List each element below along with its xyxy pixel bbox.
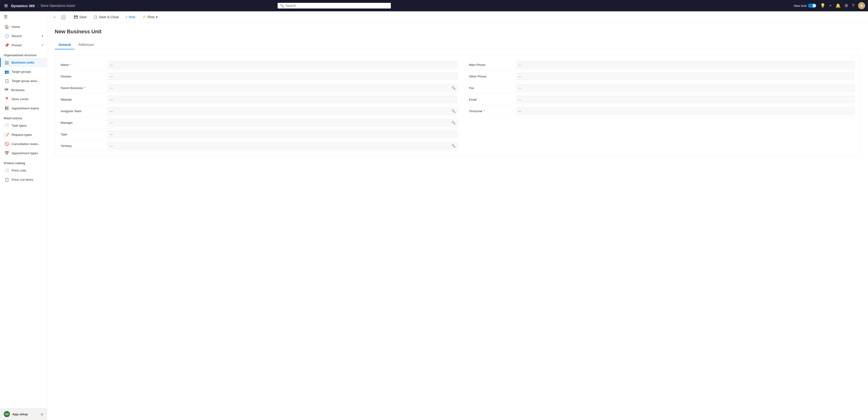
back-button[interactable]: ← <box>51 13 59 21</box>
sidebar-item-home[interactable]: 🏠 Home <box>0 22 47 31</box>
sidebar-item-business-units-label: Business units <box>11 61 34 64</box>
sidebar-item-business-units[interactable]: 🏢 Business units <box>0 58 47 67</box>
sidebar-item-task-types[interactable]: 📄 Task types <box>0 121 47 130</box>
help-icon[interactable]: ? <box>852 3 854 8</box>
form-row-assignee-team: Assignee Team --- 🔍 <box>61 105 458 117</box>
assignee-team-field[interactable]: --- 🔍 <box>108 107 458 115</box>
sidebar-item-price-lists[interactable]: 📄 Price Lists <box>0 166 47 175</box>
timezone-field[interactable]: --- <box>516 107 855 115</box>
app-setup-button[interactable]: AS App setup ◇ <box>0 408 47 420</box>
division-field[interactable]: --- <box>108 73 458 80</box>
sidebar-item-request-types[interactable]: 📝 Request types <box>0 130 47 139</box>
name-required: * <box>70 63 71 66</box>
app-name-label[interactable]: Store Operations Assist <box>40 4 75 7</box>
form-grid: Name * --- Division <box>61 59 855 152</box>
app-setup-label: App setup <box>12 413 28 416</box>
sidebar-item-home-label: Home <box>11 25 20 29</box>
form-row-name: Name * --- <box>61 59 458 71</box>
sidebar-item-pinned[interactable]: 📌 Pinned ▾ <box>0 40 47 50</box>
form-row-other-phone: Other Phone --- <box>469 71 855 82</box>
save-close-button[interactable]: 📋 Save & Close <box>91 14 122 20</box>
price-list-items-icon: 📋 <box>4 177 9 182</box>
new-look-toggle[interactable]: New look <box>794 4 816 8</box>
form-area: New Business Unit General Addresses <box>47 23 868 420</box>
name-field[interactable]: --- <box>108 61 458 68</box>
main-phone-field[interactable]: --- <box>516 61 855 68</box>
search-bar[interactable]: 🔍 <box>278 3 391 8</box>
sidebar-item-territories-label: Territories <box>10 88 25 92</box>
parent-business-field[interactable]: --- 🔍 <box>108 84 458 92</box>
sidebar-item-store-zones-label: Store zones <box>11 97 29 101</box>
sidebar-item-target-group-assoc[interactable]: 📋 Target group asso... <box>0 76 47 85</box>
sidebar-item-task-types-label: Task types <box>11 124 27 127</box>
other-phone-field[interactable]: --- <box>516 73 855 80</box>
form-tabs: General Addresses <box>55 40 861 49</box>
parent-business-search-icon[interactable]: 🔍 <box>452 86 456 90</box>
request-types-icon: 📝 <box>4 133 9 137</box>
sidebar-item-store-zones[interactable]: 📍 Store zones <box>0 94 47 104</box>
manager-value: --- <box>110 121 113 124</box>
plus-icon[interactable]: + <box>829 3 832 8</box>
flow-chevron-icon: ▾ <box>156 15 158 19</box>
type-field[interactable]: --- <box>108 131 458 138</box>
website-label: Website <box>61 98 108 101</box>
tab-general-label: General <box>59 43 71 47</box>
brand: Dynamics 365 Store Operations Assist <box>11 4 75 8</box>
sidebar-item-cancellation-reasons-label: Cancellation reaso... <box>11 142 40 146</box>
toolbar: ← ⬜ 💾 Save 📋 Save & Close + New ⚡ Flow ▾ <box>47 11 868 23</box>
website-field[interactable]: --- <box>108 96 458 103</box>
manager-field[interactable]: --- 🔍 <box>108 119 458 127</box>
timezone-value: --- <box>518 109 521 113</box>
top-nav-right: New look 💡 + 🔔 ⚙ ? R <box>794 2 865 9</box>
form-left-column: Name * --- Division <box>61 59 458 152</box>
form-row-territory: Territory --- 🔍 <box>61 140 458 152</box>
fax-value: --- <box>518 86 521 90</box>
sidebar-item-recent[interactable]: 🕐 Recent ▾ <box>0 31 47 40</box>
new-button[interactable]: + New <box>123 14 138 20</box>
flow-button[interactable]: ⚡ Flow ▾ <box>139 14 160 20</box>
user-avatar[interactable]: R <box>858 2 865 9</box>
fax-field[interactable]: --- <box>516 84 855 92</box>
settings-icon[interactable]: ⚙ <box>844 3 848 8</box>
new-look-switch[interactable] <box>808 4 816 8</box>
dynamics-365-label[interactable]: Dynamics 365 <box>11 4 38 8</box>
app-setup-avatar: AS <box>4 411 10 417</box>
tab-addresses[interactable]: Addresses <box>74 40 98 49</box>
tab-general[interactable]: General <box>55 40 74 49</box>
form-row-main-phone: Main Phone --- <box>469 59 855 71</box>
hamburger-button[interactable]: ☰ <box>0 11 47 22</box>
bell-icon[interactable]: 🔔 <box>835 3 841 8</box>
sidebar-item-target-groups[interactable]: 👥 Target groups <box>0 67 47 76</box>
app-setup-chevron-icon: ◇ <box>41 413 43 416</box>
sidebar-item-appointment-types[interactable]: 📅 Appointment types <box>0 148 47 158</box>
assignee-team-label: Assignee Team <box>61 109 108 113</box>
pinned-expand-icon: ▾ <box>42 44 43 47</box>
email-field[interactable]: --- <box>516 96 855 103</box>
form-row-fax: Fax --- <box>469 82 855 94</box>
assignee-team-search-icon[interactable]: 🔍 <box>452 109 456 113</box>
form-row-type: Type --- <box>61 129 458 140</box>
search-icon: 🔍 <box>280 4 284 7</box>
save-button[interactable]: 💾 Save <box>71 14 90 20</box>
name-label: Name * <box>61 63 108 66</box>
expand-button[interactable]: ⬜ <box>59 13 67 21</box>
save-close-icon: 📋 <box>93 15 97 19</box>
recent-icon: 🕐 <box>4 34 9 38</box>
search-input[interactable] <box>285 4 389 7</box>
grid-icon[interactable]: ⊞ <box>3 2 9 10</box>
email-label: Email <box>469 98 516 101</box>
lightbulb-icon[interactable]: 💡 <box>820 3 825 8</box>
sidebar-item-appointment-teams-label: Appointment teams <box>11 107 39 110</box>
sidebar-item-price-list-items[interactable]: 📋 Price List Items <box>0 175 47 184</box>
retail-actions-section-title: Retail actions <box>0 113 47 121</box>
cancellation-reasons-icon: 🚫 <box>4 142 9 146</box>
toolbar-divider-1 <box>69 14 69 20</box>
territory-search-icon[interactable]: 🔍 <box>452 144 456 148</box>
manager-search-icon[interactable]: 🔍 <box>452 121 456 124</box>
sidebar-item-cancellation-reasons[interactable]: 🚫 Cancellation reaso... <box>0 139 47 148</box>
form-row-email: Email --- <box>469 94 855 105</box>
territory-field[interactable]: --- 🔍 <box>108 142 458 149</box>
territories-icon: 🗺 <box>4 88 8 92</box>
sidebar-item-appointment-teams[interactable]: 👫 Appointment teams <box>0 104 47 113</box>
sidebar-item-territories[interactable]: 🗺 Territories <box>0 85 47 94</box>
